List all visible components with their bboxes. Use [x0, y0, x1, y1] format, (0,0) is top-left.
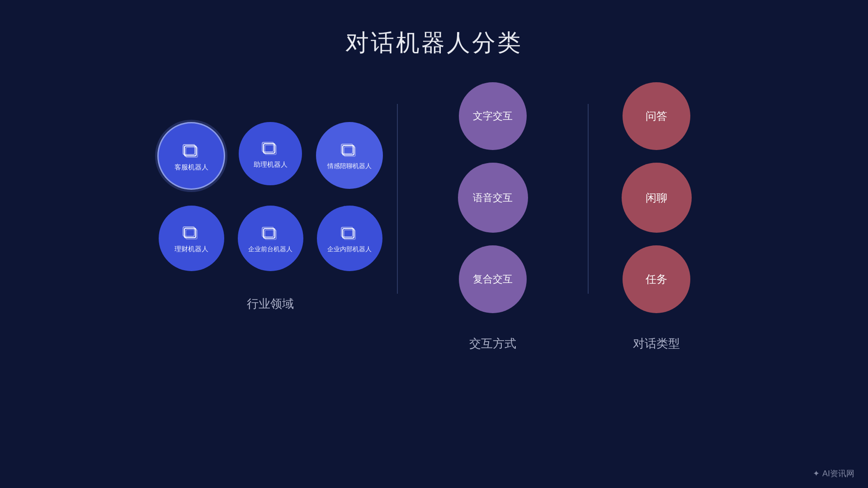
- dialog-label: 对话类型: [633, 336, 680, 352]
- stacked-cards-icon: [260, 139, 280, 159]
- circle-finance[interactable]: 理财机器人: [159, 206, 224, 271]
- list-item[interactable]: 任务: [622, 245, 692, 313]
- list-item[interactable]: 语音交互: [458, 163, 528, 233]
- watermark: ✦ AI资讯网: [813, 468, 854, 479]
- list-item[interactable]: 文字交互: [458, 82, 528, 150]
- circle-customer-service[interactable]: 客服机器人: [157, 122, 225, 190]
- stacked-cards-icon: [181, 141, 202, 161]
- dialog-circles: 问答 闲聊 任务: [622, 82, 692, 313]
- circle-label: 语音交互: [473, 191, 513, 205]
- circle-emotion[interactable]: 情感陪聊机器人: [316, 122, 383, 189]
- circle-assistant[interactable]: 助理机器人: [239, 122, 302, 185]
- divider-2: [588, 104, 589, 294]
- circle-text-interaction[interactable]: 文字交互: [459, 82, 527, 150]
- page-title: 对话机器人分类: [0, 0, 868, 59]
- circle-enterprise-front[interactable]: 企业前台机器人: [238, 206, 303, 271]
- circle-label: 企业前台机器人: [248, 245, 292, 253]
- circle-voice-interaction[interactable]: 语音交互: [458, 163, 528, 233]
- list-item[interactable]: 企业前台机器人: [236, 206, 304, 273]
- list-item[interactable]: 助理机器人: [236, 122, 304, 190]
- list-item[interactable]: 企业内部机器人: [316, 206, 383, 273]
- list-item[interactable]: 情感陪聊机器人: [316, 122, 383, 190]
- watermark-text: AI资讯网: [822, 468, 854, 479]
- divider-1: [397, 104, 398, 294]
- list-item[interactable]: 问答: [622, 82, 692, 150]
- circle-chat[interactable]: 闲聊: [622, 163, 692, 233]
- list-item[interactable]: 客服机器人: [157, 122, 225, 190]
- interaction-circles: 文字交互 语音交互 复合交互: [458, 82, 528, 313]
- circle-label: 复合交互: [473, 272, 513, 286]
- stacked-cards-icon: [340, 224, 359, 244]
- circle-label: 理财机器人: [175, 245, 208, 253]
- list-item[interactable]: 理财机器人: [157, 206, 225, 273]
- industry-label: 行业领域: [247, 296, 294, 312]
- circle-task[interactable]: 任务: [623, 245, 690, 313]
- stacked-cards-icon: [181, 223, 201, 243]
- circle-enterprise-internal[interactable]: 企业内部机器人: [317, 206, 382, 271]
- industry-section: 客服机器人 助理机器人: [153, 122, 388, 312]
- stacked-cards-icon: [260, 224, 280, 244]
- circle-label: 情感陪聊机器人: [327, 162, 372, 170]
- circle-qa[interactable]: 问答: [623, 82, 690, 150]
- list-item[interactable]: 闲聊: [622, 163, 692, 233]
- main-content: 客服机器人 助理机器人: [0, 59, 868, 375]
- interaction-section: 文字交互 语音交互 复合交互 交互方式: [443, 82, 542, 352]
- dialog-section: 问答 闲聊 任务 对话类型: [607, 82, 706, 352]
- stacked-cards-icon: [340, 141, 359, 160]
- interaction-label: 交互方式: [469, 336, 516, 352]
- circle-label: 客服机器人: [175, 163, 208, 172]
- circle-label: 助理机器人: [254, 160, 288, 169]
- circle-label: 任务: [646, 272, 667, 286]
- circle-label: 企业内部机器人: [327, 245, 372, 253]
- circle-label: 闲聊: [646, 191, 667, 205]
- industry-grid: 客服机器人 助理机器人: [157, 122, 383, 273]
- list-item[interactable]: 复合交互: [458, 245, 528, 313]
- circle-label: 文字交互: [473, 109, 513, 123]
- circle-label: 问答: [646, 109, 667, 123]
- circle-compound-interaction[interactable]: 复合交互: [459, 245, 527, 313]
- watermark-icon: ✦: [813, 469, 820, 479]
